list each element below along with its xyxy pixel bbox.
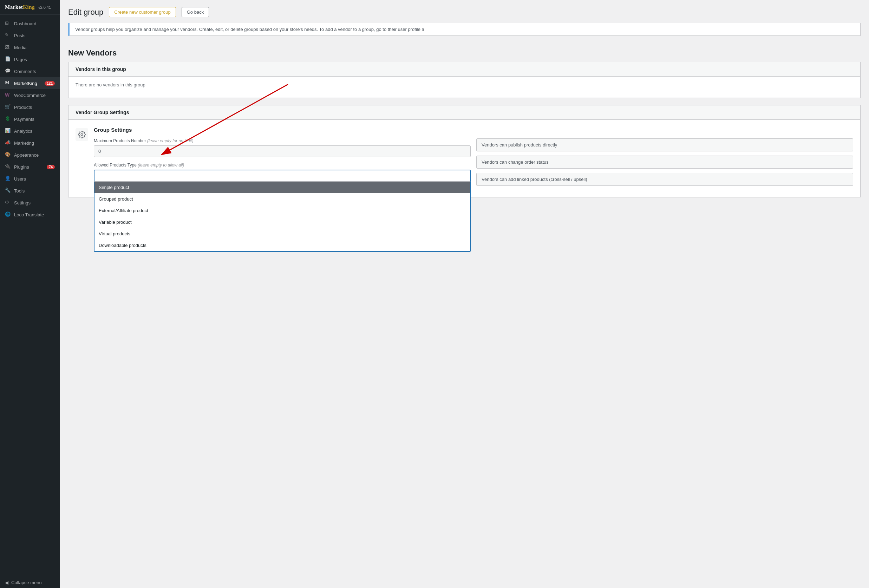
sidebar-item-label: Loco Translate (14, 212, 44, 218)
analytics-icon: 📊 (5, 128, 11, 134)
collapse-label: Collapse menu (11, 580, 42, 585)
dropdown-option-downloadable[interactable]: Downloadable products (95, 240, 470, 251)
right-option-order-status: Vendors can change order status (476, 156, 853, 169)
marketking-icon: M (5, 80, 11, 86)
group-settings-title: Group Settings (94, 127, 853, 133)
dropdown-option-virtual[interactable]: Virtual products (95, 228, 470, 240)
go-back-button[interactable]: Go back (182, 7, 209, 17)
create-customer-group-button[interactable]: Create new customer group (109, 7, 176, 17)
sidebar-item-label: Tools (14, 188, 25, 194)
collapse-menu[interactable]: ◀ Collapse menu (0, 577, 60, 588)
sidebar-item-label: Analytics (14, 129, 32, 134)
sidebar-item-settings[interactable]: ⚙ Settings (0, 197, 60, 209)
sidebar-item-label: Pages (14, 57, 27, 62)
right-option-linked-products: Vendors can add linked products (cross-s… (476, 173, 853, 186)
vendors-section-body: There are no vendors in this group (68, 77, 860, 98)
sidebar-item-label: Dashboard (14, 21, 37, 26)
plugins-icon: 🔌 (5, 164, 11, 170)
max-products-label: Maximum Products Number (leave empty for… (94, 138, 471, 143)
sidebar-item-label: Posts (14, 33, 26, 38)
products-icon: 🛒 (5, 104, 11, 110)
settings-icon: ⚙ (5, 200, 11, 206)
sidebar-item-comments[interactable]: 💬 Comments (0, 65, 60, 77)
sidebar-logo: MarketKing (5, 4, 35, 10)
sidebar-item-label: Media (14, 45, 26, 50)
dashboard-icon: ⊞ (5, 21, 11, 27)
dropdown-option-variable[interactable]: Variable product (95, 216, 470, 228)
loco-icon: 🌐 (5, 212, 11, 218)
marketing-icon: 📣 (5, 140, 11, 146)
sidebar-item-woocommerce[interactable]: W WooCommerce (0, 89, 60, 101)
sidebar-version: v2.0.41 (38, 5, 51, 9)
group-name-heading: New Vendors (68, 43, 860, 62)
allowed-products-dropdown-wrapper: Simple product Grouped product External/… (94, 170, 471, 181)
sidebar-item-tools[interactable]: 🔧 Tools (0, 185, 60, 197)
sidebar-item-posts[interactable]: ✎ Posts (0, 30, 60, 41)
dropdown-option-grouped[interactable]: Grouped product (95, 193, 470, 205)
collapse-arrow-icon: ◀ (5, 580, 9, 585)
plugins-badge: 74 (47, 165, 55, 169)
sidebar-item-marketking[interactable]: M MarketKing 121 (0, 77, 60, 89)
notice-text: Vendor groups help you organize and mana… (75, 27, 424, 32)
posts-icon: ✎ (5, 32, 11, 39)
allowed-products-field-group: Allowed Products Type (leave empty to al… (94, 163, 471, 181)
sidebar-item-dashboard[interactable]: ⊞ Dashboard (0, 18, 60, 30)
tools-icon: 🔧 (5, 188, 11, 194)
page-header: Edit group Create new customer group Go … (68, 7, 860, 17)
max-products-hint: (leave empty for no limit) (147, 138, 193, 143)
right-column: Vendors can publish products directly Ve… (476, 138, 853, 190)
notice-box: Vendor groups help you organize and mana… (68, 23, 860, 36)
sidebar-item-users[interactable]: 👤 Users (0, 173, 60, 185)
group-settings-content: Group Settings Maximum Products Number (… (94, 127, 853, 190)
sidebar-item-plugins[interactable]: 🔌 Plugins 74 (0, 161, 60, 173)
sidebar-item-label: Appearance (14, 153, 39, 158)
max-products-input[interactable] (94, 145, 471, 157)
group-settings-inner: Group Settings Maximum Products Number (… (76, 127, 853, 190)
allowed-products-hint: (leave empty to allow all) (138, 163, 184, 167)
dropdown-list: Simple product Grouped product External/… (94, 181, 471, 252)
page-title: Edit group (68, 8, 103, 17)
main-content: Edit group Create new customer group Go … (60, 0, 869, 588)
sidebar-item-media[interactable]: 🖼 Media (0, 41, 60, 53)
svg-point-0 (81, 133, 83, 136)
sidebar-header: MarketKing v2.0.41 (0, 0, 60, 15)
sidebar-item-products[interactable]: 🛒 Products (0, 101, 60, 113)
media-icon: 🖼 (5, 44, 11, 50)
sidebar-item-label: MarketKing (14, 81, 37, 86)
dropdown-option-simple[interactable]: Simple product (95, 182, 470, 193)
marketking-badge: 121 (44, 81, 55, 86)
sidebar-item-marketing[interactable]: 📣 Marketing (0, 137, 60, 149)
sidebar-item-label: Comments (14, 69, 36, 74)
sidebar-item-label: Marketing (14, 141, 34, 146)
sidebar-item-label: Payments (14, 117, 34, 122)
sidebar-item-label: Products (14, 105, 32, 110)
users-icon: 👤 (5, 176, 11, 182)
settings-section-title: Vendor Group Settings (68, 105, 860, 120)
vendors-section: Vendors in this group There are no vendo… (68, 62, 860, 98)
allowed-products-label: Allowed Products Type (leave empty to al… (94, 163, 471, 167)
sidebar-item-loco[interactable]: 🌐 Loco Translate (0, 209, 60, 221)
payments-icon: 💲 (5, 116, 11, 122)
allowed-products-input[interactable] (94, 170, 471, 181)
sidebar-item-label: WooCommerce (14, 93, 46, 98)
two-col-layout: Maximum Products Number (leave empty for… (94, 138, 853, 190)
dropdown-option-external[interactable]: External/Affiliate product (95, 205, 470, 216)
settings-section-body: Group Settings Maximum Products Number (… (68, 120, 860, 197)
right-option-publish: Vendors can publish products directly (476, 138, 853, 151)
sidebar-item-label: Plugins (14, 164, 29, 170)
comments-icon: 💬 (5, 68, 11, 74)
sidebar-nav: ⊞ Dashboard ✎ Posts 🖼 Media 📄 Pages 💬 Co… (0, 15, 60, 577)
sidebar-item-analytics[interactable]: 📊 Analytics (0, 125, 60, 137)
settings-section: Vendor Group Settings Group Settings (68, 105, 860, 197)
no-vendors-message: There are no vendors in this group (76, 82, 145, 87)
sidebar-item-appearance[interactable]: 🎨 Appearance (0, 149, 60, 161)
group-settings-icon (76, 128, 88, 141)
left-column: Maximum Products Number (leave empty for… (94, 138, 471, 190)
sidebar-item-payments[interactable]: 💲 Payments (0, 113, 60, 125)
pages-icon: 📄 (5, 56, 11, 62)
sidebar-item-label: Settings (14, 200, 31, 206)
sidebar-item-label: Users (14, 176, 26, 182)
sidebar-item-pages[interactable]: 📄 Pages (0, 53, 60, 65)
appearance-icon: 🎨 (5, 152, 11, 158)
max-products-field-group: Maximum Products Number (leave empty for… (94, 138, 471, 157)
